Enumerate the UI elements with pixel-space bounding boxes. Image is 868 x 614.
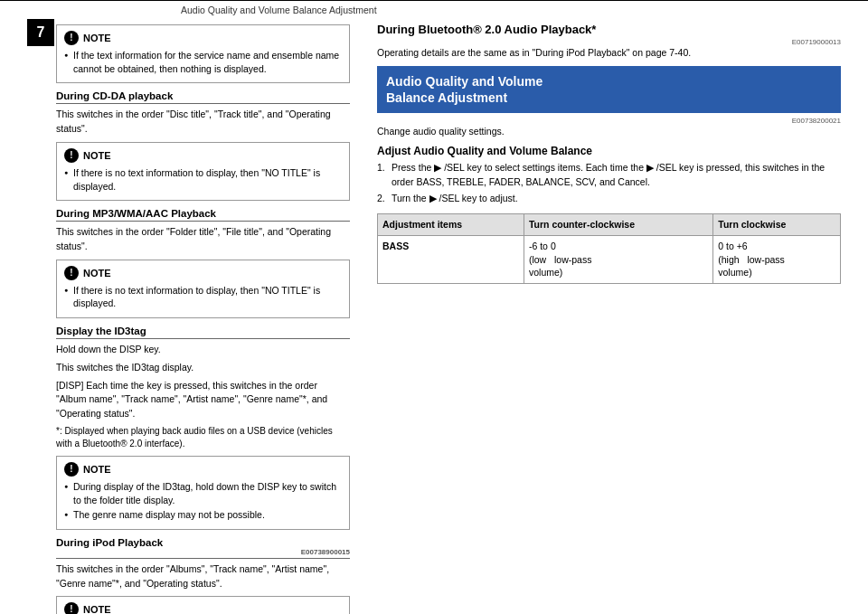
note-icon-2: ! [64,148,79,163]
page-container: Audio Quality and Volume Balance Adjustm… [0,0,868,614]
table-header-row: Adjustment items Turn counter-clockwise … [378,214,841,236]
note-icon-3: ! [64,266,79,280]
left-column: ! NOTE If the text information for the s… [56,19,363,614]
note-item: If the text information for the service … [64,49,342,75]
note-item: If there is no text information to displ… [64,166,342,193]
bluetooth-section: During Bluetooth® 2.0 Audio Playback* E0… [377,23,841,61]
step-1: 1. Press the ▶ /SEL key to select settin… [377,161,841,190]
col-header-item: Adjustment items [378,214,524,236]
table-cell-clockwise: 0 to +6(high low-passvolume) [713,235,841,283]
bluetooth-body: Operating details are the same as in "Du… [377,46,841,61]
note-box-2: ! NOTE If there is no text information t… [56,142,350,201]
step-2: 2. Turn the ▶ /SEL key to adjust. [377,192,841,206]
audio-quality-box: Audio Quality and Volume Balance Adjustm… [377,66,841,113]
note-header-3: ! NOTE [64,266,342,280]
note-list-2: If there is no text information to displ… [64,166,342,193]
ipod-ref: E00738900015 [56,548,350,556]
disp-text: [DISP] Each time the key is pressed, thi… [56,379,350,421]
bluetooth-heading: During Bluetooth® 2.0 Audio Playback* [377,23,841,36]
header-title: Audio Quality and Volume Balance Adjustm… [181,5,377,15]
note-item: The genre name display may not be possib… [64,508,342,522]
asterisk-note: *: Displayed when playing back audio fil… [56,425,350,450]
table-cell-counter: -6 to 0(low low-passvolume) [524,235,712,283]
mp3-heading: During MP3/WMA/AAC Playback [56,208,350,222]
id3-body1: Hold down the DISP key. [56,343,350,357]
col-header-clockwise: Turn clockwise [713,214,841,236]
col-header-counter: Turn counter-clockwise [524,214,712,236]
table-cell-item: BASS [378,235,524,283]
note-icon-1: ! [64,31,79,45]
ipod-heading: During iPod Playback E00738900015 [56,537,350,559]
cd-da-heading: During CD-DA playback [56,90,350,104]
section-badge-wrap: 7 [27,19,56,614]
cd-da-body: This switches in the order "Disc title",… [56,108,350,137]
adjust-heading: Adjust Audio Quality and Volume Balance [377,145,841,157]
id3-heading: Display the ID3tag [56,326,350,339]
note-header-5: ! NOTE [64,602,342,614]
table-row: BASS -6 to 0(low low-passvolume) 0 to +6… [378,235,841,283]
note-icon-4: ! [64,462,79,477]
right-column: During Bluetooth® 2.0 Audio Playback* E0… [363,19,841,614]
ipod-body: This switches in the order "Albums", "Tr… [56,562,350,591]
note-header-1: ! NOTE [64,31,342,45]
note-list-1: If the text information for the service … [64,49,342,75]
change-text: Change audio quality settings. [377,125,841,139]
audio-quality-ref: E00738200021 [377,117,841,125]
note-box-3: ! NOTE If there is no text information t… [56,260,350,318]
content-area: 7 ! NOTE If the text information for the… [0,19,868,614]
note-item: During display of the ID3tag, hold down … [64,480,342,506]
note-box-4: ! NOTE During display of the ID3tag, hol… [56,456,350,530]
section-badge: 7 [27,19,54,46]
note-list-3: If there is no text information to displ… [64,284,342,310]
steps-list: 1. Press the ▶ /SEL key to select settin… [377,161,841,206]
id3-body2: This switches the ID3tag display. [56,361,350,375]
page-header: Audio Quality and Volume Balance Adjustm… [0,0,868,19]
mp3-body: This switches in the order "Folder title… [56,225,350,254]
bluetooth-ref: E00719000013 [377,38,841,46]
note-box-5: ! NOTE If there is no text information t… [56,596,350,614]
note-icon-5: ! [64,602,79,614]
note-box-1: ! NOTE If the text information for the s… [56,24,350,83]
note-header-2: ! NOTE [64,148,342,163]
note-list-4: During display of the ID3tag, hold down … [64,480,342,522]
audio-quality-heading: Audio Quality and Volume Balance Adjustm… [386,73,832,106]
adjust-table: Adjustment items Turn counter-clockwise … [377,213,841,284]
note-item: If there is no text information to displ… [64,284,342,310]
note-header-4: ! NOTE [64,462,342,477]
